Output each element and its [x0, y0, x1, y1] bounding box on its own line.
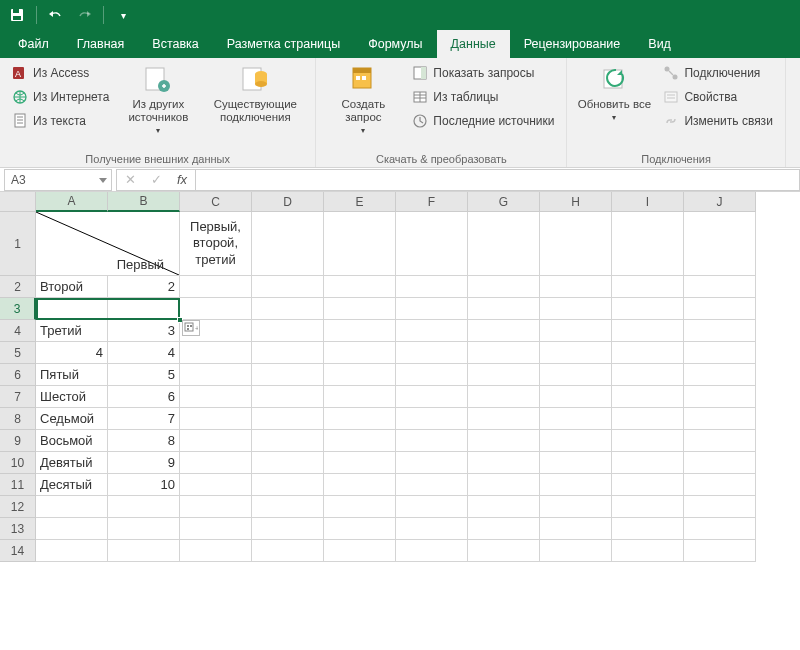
cell-I4[interactable]: [612, 320, 684, 342]
tab-data[interactable]: Данные: [437, 30, 510, 58]
cell-B14[interactable]: [108, 540, 180, 562]
col-header-C[interactable]: C: [180, 192, 252, 212]
from-web-button[interactable]: Из Интернета: [10, 86, 111, 108]
cell-G14[interactable]: [468, 540, 540, 562]
cell-E8[interactable]: [324, 408, 396, 430]
cell-D1[interactable]: [252, 212, 324, 276]
from-text-button[interactable]: Из текста: [10, 110, 111, 132]
cell-I1[interactable]: [612, 212, 684, 276]
cell-G1[interactable]: [468, 212, 540, 276]
cell-J7[interactable]: [684, 386, 756, 408]
cell-A10[interactable]: Девятый: [36, 452, 108, 474]
cell-E4[interactable]: [324, 320, 396, 342]
cell-I14[interactable]: [612, 540, 684, 562]
cell-C7[interactable]: [180, 386, 252, 408]
cell-C9[interactable]: [180, 430, 252, 452]
cell-C11[interactable]: [180, 474, 252, 496]
other-sources-button[interactable]: Из других источников ▾: [121, 62, 195, 136]
cell-C10[interactable]: [180, 452, 252, 474]
cell-F3[interactable]: [396, 298, 468, 320]
cell-E13[interactable]: [324, 518, 396, 540]
cell-B12[interactable]: [108, 496, 180, 518]
cell-D14[interactable]: [252, 540, 324, 562]
cell-C2[interactable]: [180, 276, 252, 298]
cell-F12[interactable]: [396, 496, 468, 518]
autofill-options-button[interactable]: +: [182, 320, 200, 336]
new-query-button[interactable]: Создать запрос ▾: [326, 62, 400, 136]
cell-E2[interactable]: [324, 276, 396, 298]
existing-connections-button[interactable]: Существующие подключения: [205, 62, 305, 124]
cell-H12[interactable]: [540, 496, 612, 518]
row-header-5[interactable]: 5: [0, 342, 36, 364]
col-header-I[interactable]: I: [612, 192, 684, 212]
formula-bar[interactable]: [196, 169, 800, 191]
cell-E10[interactable]: [324, 452, 396, 474]
cell-J8[interactable]: [684, 408, 756, 430]
cell-G13[interactable]: [468, 518, 540, 540]
row-header-10[interactable]: 10: [0, 452, 36, 474]
cell-G11[interactable]: [468, 474, 540, 496]
cell-C14[interactable]: [180, 540, 252, 562]
row-header-4[interactable]: 4: [0, 320, 36, 342]
col-header-H[interactable]: H: [540, 192, 612, 212]
cell-D8[interactable]: [252, 408, 324, 430]
cell-A6[interactable]: Пятый: [36, 364, 108, 386]
cell-J9[interactable]: [684, 430, 756, 452]
cell-A3[interactable]: [36, 298, 108, 320]
cell-H6[interactable]: [540, 364, 612, 386]
cell-I9[interactable]: [612, 430, 684, 452]
cell-C6[interactable]: [180, 364, 252, 386]
cell-E11[interactable]: [324, 474, 396, 496]
cell-D4[interactable]: [252, 320, 324, 342]
cell-A11[interactable]: Десятый: [36, 474, 108, 496]
cell-A9[interactable]: Восьмой: [36, 430, 108, 452]
from-access-button[interactable]: A Из Access: [10, 62, 111, 84]
tab-home[interactable]: Главная: [63, 30, 139, 58]
cell-J2[interactable]: [684, 276, 756, 298]
select-all-corner[interactable]: [0, 192, 36, 212]
cell-I8[interactable]: [612, 408, 684, 430]
cell-A4[interactable]: Третий: [36, 320, 108, 342]
cell-I2[interactable]: [612, 276, 684, 298]
enter-formula-button[interactable]: ✓: [143, 170, 169, 190]
cell-B13[interactable]: [108, 518, 180, 540]
cell-B5[interactable]: 4: [108, 342, 180, 364]
row-header-8[interactable]: 8: [0, 408, 36, 430]
cell-I6[interactable]: [612, 364, 684, 386]
row-header-13[interactable]: 13: [0, 518, 36, 540]
cell-D7[interactable]: [252, 386, 324, 408]
cell-A12[interactable]: [36, 496, 108, 518]
tab-formulas[interactable]: Формулы: [354, 30, 436, 58]
cell-F5[interactable]: [396, 342, 468, 364]
cell-D2[interactable]: [252, 276, 324, 298]
tab-view[interactable]: Вид: [634, 30, 685, 58]
cell-E9[interactable]: [324, 430, 396, 452]
tab-file[interactable]: Файл: [4, 30, 63, 58]
fx-button[interactable]: fх: [169, 170, 195, 190]
row-header-7[interactable]: 7: [0, 386, 36, 408]
row-header-11[interactable]: 11: [0, 474, 36, 496]
cell-D3[interactable]: [252, 298, 324, 320]
cell-H5[interactable]: [540, 342, 612, 364]
cell-J3[interactable]: [684, 298, 756, 320]
cell-J12[interactable]: [684, 496, 756, 518]
cell-H3[interactable]: [540, 298, 612, 320]
cell-I3[interactable]: [612, 298, 684, 320]
cell-I10[interactable]: [612, 452, 684, 474]
cell-G4[interactable]: [468, 320, 540, 342]
cell-G10[interactable]: [468, 452, 540, 474]
cell-B3[interactable]: [108, 298, 180, 320]
row-header-14[interactable]: 14: [0, 540, 36, 562]
cell-H14[interactable]: [540, 540, 612, 562]
cell-H8[interactable]: [540, 408, 612, 430]
cell-F11[interactable]: [396, 474, 468, 496]
cell-D13[interactable]: [252, 518, 324, 540]
row-header-3[interactable]: 3: [0, 298, 36, 320]
cell-H13[interactable]: [540, 518, 612, 540]
cell-F1[interactable]: [396, 212, 468, 276]
cell-D6[interactable]: [252, 364, 324, 386]
row-header-2[interactable]: 2: [0, 276, 36, 298]
cell-A8[interactable]: Седьмой: [36, 408, 108, 430]
cell-I12[interactable]: [612, 496, 684, 518]
cell-E1[interactable]: [324, 212, 396, 276]
